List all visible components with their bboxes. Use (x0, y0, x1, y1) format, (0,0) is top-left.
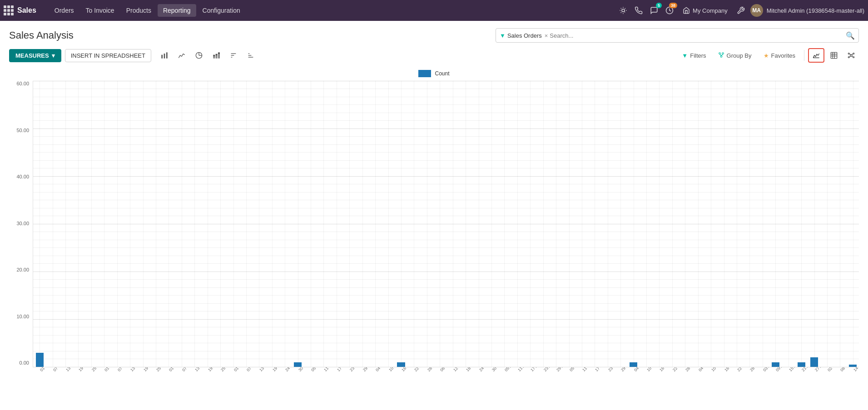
nav-to-invoice[interactable]: To Invoice (80, 4, 120, 17)
search-icon[interactable]: 🔍 (846, 31, 855, 40)
svg-point-0 (622, 9, 625, 12)
svg-rect-12 (218, 54, 220, 58)
y-axis-label: 30.00 (9, 221, 33, 226)
nav-reporting[interactable]: Reporting (158, 4, 196, 17)
svg-rect-9 (213, 55, 215, 56)
nav-configuration[interactable]: Configuration (197, 4, 246, 17)
measures-button[interactable]: MEASURES ▾ (9, 49, 61, 62)
filter-icon: ▼ (500, 32, 506, 39)
measures-arrow-icon: ▾ (52, 52, 55, 59)
navbar-brand: Sales (4, 5, 44, 15)
chat-badge: 5 (656, 3, 662, 8)
chart-bar (36, 353, 44, 367)
toolbar-right: ▼ Filters Group By ★ Favorites (677, 48, 859, 63)
svg-line-23 (719, 54, 721, 56)
search-filter-tag: ▼ Sales Orders × (500, 32, 548, 39)
pie-chart-view-btn[interactable] (191, 49, 207, 62)
y-axis-label: 10.00 (9, 314, 33, 319)
chat-icon-btn[interactable]: 5 (648, 5, 660, 16)
toolbar: MEASURES ▾ INSERT IN SPREADSHEET (9, 48, 859, 63)
nav-orders[interactable]: Orders (49, 4, 79, 17)
filter-tag-close[interactable]: × (545, 32, 548, 39)
svg-point-33 (853, 53, 854, 54)
y-axis-label: 50.00 (9, 128, 33, 133)
group-by-label: Group By (727, 52, 752, 59)
clock-icon-btn[interactable]: 38 (664, 5, 675, 16)
chart-wrapper: 0.0010.0020.0030.0040.0050.0060.00 01 Se… (9, 81, 859, 385)
descending-sort-btn[interactable] (243, 49, 258, 62)
svg-rect-10 (216, 55, 218, 59)
my-company-btn[interactable]: My Company (679, 5, 731, 16)
user-avatar: MA (750, 4, 763, 17)
legend-label: Count (435, 70, 449, 77)
chart-bar (772, 362, 779, 367)
filter-tag-label: Sales Orders (507, 32, 542, 39)
svg-rect-4 (166, 52, 168, 58)
favorites-icon: ★ (764, 52, 769, 59)
svg-rect-26 (831, 52, 837, 58)
bar-chart-view-btn[interactable] (157, 49, 172, 62)
user-name[interactable]: Mitchell Admin (19386548-master-all) (767, 7, 864, 14)
x-axis: 01 Sep 202107 Sep 202113 Sep 202119 Sep … (33, 367, 859, 385)
search-input[interactable] (548, 32, 846, 39)
bug-icon-btn[interactable] (617, 5, 629, 16)
group-by-button[interactable]: Group By (713, 49, 757, 63)
ascending-sort-btn[interactable] (226, 49, 241, 62)
y-axis-label: 60.00 (9, 81, 33, 86)
chart-legend: Count (9, 70, 859, 77)
svg-point-20 (719, 52, 720, 54)
area-chart-view-btn[interactable] (808, 48, 824, 63)
chart-bar (810, 357, 818, 367)
app-name[interactable]: Sales (17, 6, 36, 15)
measures-label: MEASURES (15, 52, 49, 59)
chart-bar (630, 362, 637, 367)
filters-label: Filters (690, 52, 706, 59)
chart-bar (397, 362, 405, 367)
svg-line-36 (849, 54, 851, 55)
svg-point-35 (853, 57, 854, 58)
x-axis-label: 14 Sep 2022 (853, 367, 859, 372)
svg-line-39 (852, 56, 853, 57)
filters-icon: ▼ (682, 52, 688, 59)
view-type-group (157, 49, 258, 62)
chart-bar (798, 362, 805, 367)
favorites-button[interactable]: ★ Favorites (759, 49, 800, 62)
table-view-btn[interactable] (826, 49, 842, 62)
filters-button[interactable]: ▼ Filters (677, 49, 711, 62)
activities-badge: 38 (669, 3, 677, 8)
stacked-chart-view-btn[interactable] (208, 49, 224, 62)
svg-rect-2 (161, 55, 163, 59)
phone-icon-btn[interactable] (633, 5, 645, 16)
page-title: Sales Analysis (9, 30, 74, 41)
group-by-icon (718, 52, 724, 59)
grid-menu-icon[interactable] (4, 5, 14, 15)
main-content: Sales Analysis ▼ Sales Orders × 🔍 MEASUR… (0, 21, 868, 396)
y-axis: 0.0010.0020.0030.0040.0050.0060.00 (9, 81, 33, 367)
settings-icon-btn[interactable] (735, 5, 747, 16)
svg-point-34 (848, 57, 849, 58)
my-company-label: My Company (693, 7, 728, 14)
pivot-view-btn[interactable] (843, 49, 859, 62)
svg-rect-3 (164, 54, 165, 59)
insert-spreadsheet-button[interactable]: INSERT IN SPREADSHEET (65, 49, 151, 62)
page-header: Sales Analysis ▼ Sales Orders × 🔍 (9, 28, 859, 43)
svg-rect-13 (218, 52, 220, 54)
svg-rect-8 (213, 56, 215, 59)
search-bar: ▼ Sales Orders × 🔍 (496, 28, 859, 43)
nav-products[interactable]: Products (121, 4, 157, 17)
svg-line-38 (849, 56, 851, 57)
svg-point-32 (848, 53, 849, 54)
y-axis-label: 0.00 (9, 360, 33, 366)
chart-bar (849, 365, 857, 367)
toolbar-separator (804, 50, 804, 61)
favorites-label: Favorites (771, 52, 795, 59)
navbar: Sales Orders To Invoice Products Reporti… (0, 0, 868, 21)
navbar-menu: Orders To Invoice Products Reporting Con… (49, 4, 615, 17)
line-chart-view-btn[interactable] (174, 49, 189, 62)
svg-rect-11 (216, 54, 218, 55)
y-axis-label: 20.00 (9, 267, 33, 272)
legend-color-swatch (418, 70, 431, 77)
svg-line-24 (721, 54, 723, 56)
svg-line-37 (852, 54, 853, 55)
svg-point-21 (722, 52, 724, 54)
